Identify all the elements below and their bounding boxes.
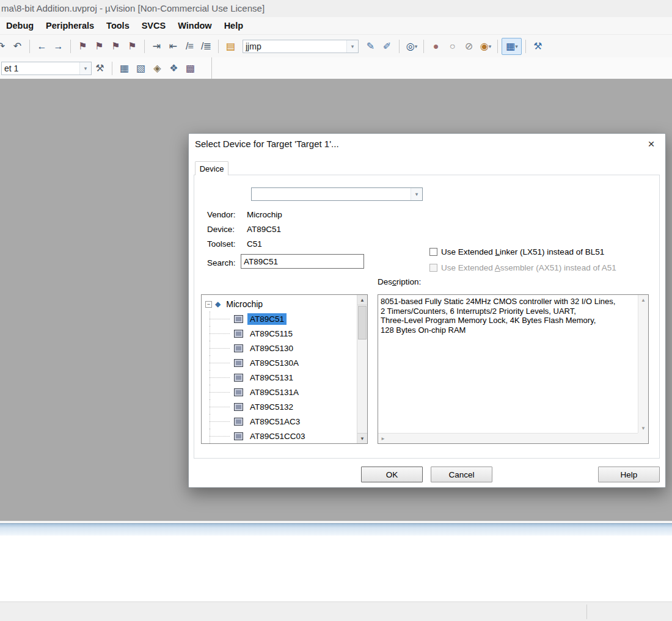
cancel-button[interactable]: Cancel: [431, 467, 492, 482]
incremental-find-icon[interactable]: ✐: [379, 38, 395, 54]
device-tree: − ◆ Microchip AT89C51 AT89C5115 AT89C513…: [201, 294, 368, 444]
find-combobox[interactable]: ▾: [243, 40, 359, 53]
vendor-node-microchip[interactable]: − ◆ Microchip: [202, 297, 357, 311]
breakpoint-enable-all-icon[interactable]: ◉▾: [477, 38, 494, 54]
tree-scrollbar[interactable]: ▲ ▼: [357, 295, 367, 443]
chip-icon: [234, 418, 243, 426]
indent-icon[interactable]: ⇥: [148, 38, 165, 54]
scroll-down-icon[interactable]: ▼: [357, 433, 367, 443]
breakpoint-disable-icon[interactable]: ○: [444, 38, 461, 54]
scrollbar-corner: [638, 433, 648, 443]
manage-rte-icon[interactable]: ▩: [182, 60, 199, 76]
scroll-up-icon[interactable]: ▲: [357, 295, 367, 305]
device-combo-input[interactable]: [252, 189, 411, 199]
device-item-at89c5130a[interactable]: AT89C5130A: [202, 355, 357, 370]
device-item-at89c51[interactable]: AT89C51: [202, 311, 357, 326]
breakpoint-icon[interactable]: ●: [428, 38, 444, 54]
chevron-down-icon[interactable]: ▾: [411, 188, 422, 200]
menu-svcs[interactable]: SVCS: [136, 17, 172, 34]
rebuild-icon[interactable]: ▧: [133, 60, 149, 76]
docked-panel-header[interactable]: [0, 523, 672, 536]
scrollbar-thumb[interactable]: [358, 306, 367, 340]
device-value: AT89C51: [247, 225, 281, 234]
find-input[interactable]: [243, 42, 346, 51]
toolset-value: C51: [247, 239, 262, 249]
find-symbol-icon[interactable]: ◎▾: [403, 38, 420, 54]
configure-wrench-icon[interactable]: ⚒: [530, 38, 546, 54]
device-item-label: AT89C51CC03: [247, 430, 308, 442]
description-vscrollbar[interactable]: ▲ ▼: [638, 295, 648, 433]
toolbar-separator: [399, 40, 400, 53]
select-device-dialog: Select Device for Target 'Target 1'... ×…: [188, 133, 666, 488]
chip-icon: [234, 344, 243, 352]
breakpoint-kill-icon[interactable]: ⊘: [461, 38, 477, 54]
menu-help[interactable]: Help: [218, 17, 249, 34]
help-button[interactable]: Help: [598, 467, 660, 482]
checkbox-box[interactable]: [429, 248, 437, 256]
toolbar-separator: [423, 40, 424, 53]
target-combobox[interactable]: ▾: [1, 62, 92, 75]
bookmark-toggle-icon[interactable]: ⚑: [75, 38, 91, 54]
extended-assembler-checkbox: Use Extended Assembler (AX51) instead of…: [429, 263, 616, 272]
scroll-down-icon[interactable]: ▼: [638, 423, 648, 433]
close-icon[interactable]: ×: [645, 137, 658, 151]
download-icon[interactable]: ◈: [149, 60, 166, 76]
menu-peripherals[interactable]: Peripherals: [40, 17, 100, 34]
scroll-up-icon[interactable]: ▲: [638, 295, 648, 305]
device-item-at89c5132[interactable]: AT89C5132: [202, 399, 357, 414]
toolbar-separator: [218, 40, 219, 53]
ok-button[interactable]: OK: [361, 467, 423, 482]
main-toolbar: ↷↶←→⚑⚑⚑⚑⇥⇤/≡/≣▤ ▾ ✎✐◎▾●○⊘◉▾▦▾⚒: [0, 35, 672, 57]
device-description-box: 8051-based Fully Static 24MHz CMOS contr…: [378, 294, 649, 444]
chip-icon: [234, 359, 243, 367]
bookmark-previous-icon[interactable]: ⚑: [108, 38, 124, 54]
vendor-diamond-icon: ◆: [215, 300, 221, 308]
menu-window[interactable]: Window: [172, 17, 217, 34]
bookmark-clear-icon[interactable]: ⚑: [124, 38, 141, 54]
forward-icon[interactable]: →: [50, 38, 67, 54]
build-icons: ⚒▦▧◈❖▩: [92, 57, 199, 79]
device-item-label: AT89C51: [247, 313, 287, 325]
chevron-down-icon[interactable]: ▾: [346, 40, 358, 53]
extended-linker-checkbox[interactable]: Use Extended Linker (LX51) instead of BL…: [429, 247, 604, 256]
find-in-files-icon[interactable]: ▤: [222, 38, 239, 54]
device-item-at89c51ac3[interactable]: AT89C51AC3: [202, 414, 357, 429]
device-item-at89c5115[interactable]: AT89C5115: [202, 326, 357, 341]
comment-icon[interactable]: /≡: [181, 38, 198, 54]
menu-debug[interactable]: Debug: [0, 17, 40, 34]
vendor-node-label: Microchip: [224, 298, 265, 310]
toolbar-separator: [525, 40, 526, 53]
build-target-icon[interactable]: ⚒: [92, 60, 108, 76]
build-output-area[interactable]: [0, 536, 672, 601]
outdent-icon[interactable]: ⇤: [165, 38, 181, 54]
redo-icon[interactable]: ↷: [0, 38, 9, 54]
bookmark-next-icon[interactable]: ⚑: [91, 38, 108, 54]
menu-bar: DebugPeripheralsToolsSVCSWindowHelp: [0, 17, 672, 35]
chip-icon: [234, 330, 243, 338]
chevron-down-icon[interactable]: ▾: [79, 62, 91, 74]
window-layout-icon[interactable]: ▦▾: [502, 38, 522, 55]
device-item-label: AT89C5115: [247, 328, 295, 340]
batch-build-icon[interactable]: ▦: [116, 60, 133, 76]
undo-icon[interactable]: ↶: [9, 38, 26, 54]
load-application-icon[interactable]: ❖: [166, 60, 182, 76]
menu-tools[interactable]: Tools: [100, 17, 136, 34]
tab-device[interactable]: Device: [195, 161, 228, 175]
debug-toolbar-group: ✎✐◎▾●○⊘◉▾▦▾⚒: [362, 35, 546, 57]
target-input[interactable]: [2, 64, 79, 73]
device-search-input[interactable]: [241, 254, 364, 269]
device-item-label: AT89C5131: [247, 372, 296, 383]
device-item-at89c5131a[interactable]: AT89C5131A: [202, 385, 357, 399]
find-text-icon[interactable]: ✎: [362, 38, 379, 54]
device-item-at89c5131[interactable]: AT89C5131: [202, 370, 357, 385]
back-icon[interactable]: ←: [34, 38, 50, 54]
device-item-label: AT89C5130A: [247, 357, 301, 369]
device-item-at89c5130[interactable]: AT89C5130: [202, 341, 357, 355]
description-hscrollbar[interactable]: ◄ ►: [378, 433, 638, 443]
device-item-at89c51cc03[interactable]: AT89C51CC03: [202, 429, 357, 443]
scroll-right-icon[interactable]: ►: [378, 434, 388, 443]
toolbar-separator: [144, 40, 145, 53]
device-combobox[interactable]: ▾: [251, 187, 423, 201]
collapse-icon[interactable]: −: [205, 301, 212, 308]
uncomment-icon[interactable]: /≣: [198, 38, 214, 54]
